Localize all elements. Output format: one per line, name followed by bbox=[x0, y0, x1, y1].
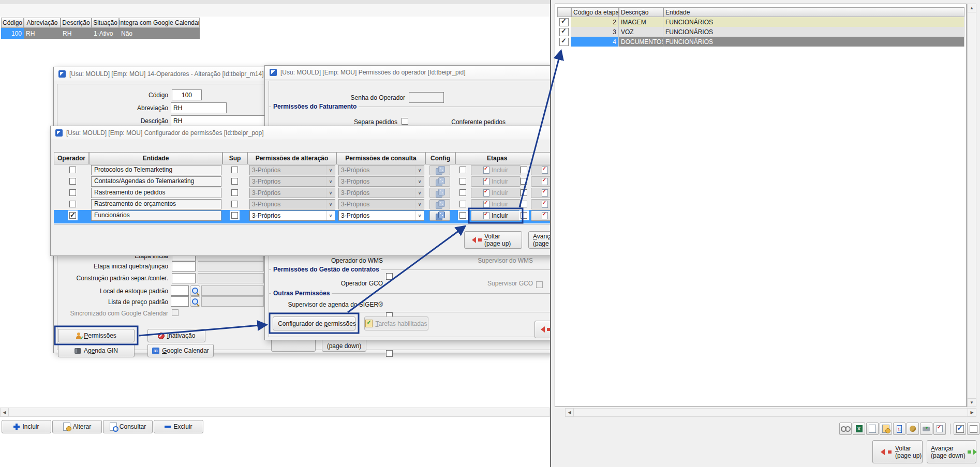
incluir-button[interactable]: Incluir bbox=[2, 420, 51, 433]
grid-cell-abreviacao[interactable]: RH bbox=[24, 28, 61, 39]
h-scrollbar[interactable] bbox=[565, 408, 976, 417]
alteracao-select[interactable]: 3-Próprios∨ bbox=[249, 176, 335, 187]
descricao-cell[interactable]: VOZ bbox=[619, 27, 663, 37]
uncheck-all-icon[interactable] bbox=[967, 423, 979, 435]
consulta-select[interactable]: 3-Próprios∨ bbox=[338, 210, 424, 221]
print-icon[interactable] bbox=[920, 423, 932, 435]
scroll-right-icon[interactable]: ▶ bbox=[968, 408, 976, 417]
operador-checkbox[interactable] bbox=[69, 178, 76, 185]
table-row[interactable]: 2 IMAGEM FUNCIONÁRIOS bbox=[555, 17, 966, 27]
lista-preco-field[interactable] bbox=[171, 296, 189, 307]
col-header[interactable]: Abreviação bbox=[24, 18, 61, 28]
agenda-gin-button[interactable]: Agenda GIN bbox=[58, 344, 135, 357]
inativacao-button[interactable]: Inativação bbox=[147, 329, 205, 342]
excluir-button[interactable]: Excluir bbox=[154, 420, 203, 433]
col-header[interactable]: Situação bbox=[92, 18, 119, 28]
scroll-down-icon[interactable]: ▼ bbox=[967, 398, 976, 407]
consulta-select[interactable]: 3-Próprios∨ bbox=[338, 176, 424, 187]
edit-page-icon[interactable] bbox=[880, 423, 892, 435]
grid-cell-situacao[interactable]: 1-Ativo bbox=[92, 28, 119, 39]
col-header-entidade[interactable]: Entidade bbox=[663, 7, 964, 17]
grid-cell-descricao[interactable]: RH bbox=[61, 28, 92, 39]
col-header-config[interactable]: Config bbox=[425, 152, 455, 164]
config-checkbox[interactable] bbox=[459, 178, 466, 185]
sup-checkbox[interactable] bbox=[231, 201, 238, 207]
permissoes-button[interactable]: ✓ Permissões bbox=[58, 329, 135, 342]
etapa-checkbox[interactable] bbox=[521, 189, 527, 196]
config-button[interactable] bbox=[429, 188, 450, 198]
col-header[interactable]: Descrição bbox=[61, 18, 92, 28]
incluir-etapa-button[interactable]: Incluir bbox=[471, 188, 521, 198]
col-header-operador[interactable]: Operador bbox=[54, 152, 89, 164]
grid-cell-integra[interactable]: Não bbox=[119, 28, 200, 39]
google-calendar-button[interactable]: 31 Google Calendar bbox=[147, 344, 214, 357]
etapa-checkbox[interactable] bbox=[521, 167, 527, 173]
entidade-cell[interactable]: FUNCIONÁRIOS bbox=[663, 37, 964, 47]
avancar-page-down-button[interactable]: Avançar(page down) bbox=[927, 440, 976, 463]
tarefas-habilitadas-button[interactable]: Tarefas habilitadas bbox=[364, 317, 428, 330]
consultar-button[interactable]: Consultar bbox=[103, 420, 153, 433]
operador-checkbox[interactable] bbox=[69, 201, 76, 207]
etapa-checkbox[interactable] bbox=[521, 178, 527, 185]
row-checkbox[interactable] bbox=[559, 18, 569, 26]
entidade-cell[interactable]: FUNCIONÁRIOS bbox=[663, 27, 964, 37]
config-checkbox[interactable] bbox=[459, 167, 466, 173]
scroll-left-icon[interactable]: ◀ bbox=[0, 408, 9, 417]
alteracao-select[interactable]: 3-Próprios∨ bbox=[249, 165, 335, 175]
sup-checkbox[interactable] bbox=[231, 189, 238, 196]
descricao-cell[interactable]: DOCUMENTOS bbox=[619, 37, 663, 47]
configurador-permissoes-button[interactable]: Configurador de permissões bbox=[273, 317, 355, 330]
sincronizado-checkbox[interactable] bbox=[172, 309, 179, 316]
incluir-etapa-button[interactable]: Incluir bbox=[471, 165, 521, 175]
checklist-icon[interactable] bbox=[933, 423, 946, 435]
sort-order-icon[interactable]: ↑↓ bbox=[893, 423, 905, 435]
voltar-page-up-button[interactable]: Voltar(page up) bbox=[464, 231, 522, 249]
senha-field[interactable] bbox=[409, 92, 444, 103]
abreviacao-field[interactable] bbox=[171, 102, 227, 113]
palette-icon[interactable] bbox=[907, 423, 919, 435]
config-checkbox[interactable] bbox=[459, 189, 466, 196]
new-page-icon[interactable] bbox=[866, 423, 879, 435]
incluir-etapa-button[interactable]: Incluir bbox=[471, 210, 521, 221]
row-checkbox[interactable] bbox=[559, 28, 569, 36]
scroll-up-icon[interactable]: ▲ bbox=[967, 4, 976, 12]
col-header-codigo-etapa[interactable]: Código da etapa bbox=[571, 7, 619, 17]
operador-checkbox[interactable] bbox=[69, 189, 76, 196]
construcao-field[interactable] bbox=[172, 273, 196, 283]
col-header-descricao[interactable]: Descrição bbox=[619, 7, 663, 17]
window-titlebar[interactable]: [Usu: MOULD] [Emp: MOU] Permissões do op… bbox=[265, 66, 595, 80]
sup-checkbox[interactable] bbox=[231, 212, 238, 219]
codigo-etapa-cell[interactable]: 2 bbox=[571, 17, 619, 27]
etapa-checkbox[interactable] bbox=[521, 212, 527, 219]
col-header[interactable]: Código bbox=[1, 18, 24, 28]
supervisor-wms-checkbox[interactable] bbox=[536, 281, 543, 288]
consulta-select[interactable]: 3-Próprios∨ bbox=[338, 165, 424, 175]
sup-checkbox[interactable] bbox=[231, 167, 238, 173]
alteracao-select[interactable]: 3-Próprios∨ bbox=[249, 210, 335, 221]
alterar-button[interactable]: Alterar bbox=[52, 420, 102, 433]
consulta-select[interactable]: 3-Próprios∨ bbox=[338, 199, 424, 209]
local-estoque-lookup-button[interactable] bbox=[190, 285, 200, 296]
operador-wms-checkbox[interactable] bbox=[386, 273, 393, 280]
entidade-cell[interactable]: FUNCIONÁRIOS bbox=[663, 17, 964, 27]
excel-export-icon[interactable]: X bbox=[853, 423, 865, 435]
config-button[interactable] bbox=[429, 199, 450, 209]
descricao-cell[interactable]: IMAGEM bbox=[619, 17, 663, 27]
supervisor-agenda-checkbox[interactable] bbox=[386, 350, 393, 357]
consulta-select[interactable]: 3-Próprios∨ bbox=[338, 188, 424, 198]
check-all-icon[interactable] bbox=[954, 423, 966, 435]
col-header[interactable]: Integra com Google Calendar bbox=[119, 18, 200, 28]
config-button[interactable] bbox=[429, 165, 450, 175]
config-checkbox[interactable] bbox=[459, 212, 466, 219]
config-button[interactable] bbox=[429, 210, 450, 221]
binoculars-icon[interactable] bbox=[839, 423, 852, 435]
lista-preco-lookup-button[interactable] bbox=[190, 296, 200, 307]
local-estoque-field[interactable] bbox=[171, 285, 189, 296]
col-header-alteracao[interactable]: Permissões de alteração bbox=[247, 152, 336, 164]
operador-checkbox[interactable] bbox=[69, 167, 76, 173]
codigo-field[interactable] bbox=[172, 89, 202, 100]
table-row[interactable]: 3 VOZ FUNCIONÁRIOS bbox=[555, 27, 966, 37]
operador-checkbox[interactable] bbox=[69, 212, 76, 219]
col-header-sup[interactable]: Sup bbox=[222, 152, 247, 164]
scroll-left-icon[interactable]: ◀ bbox=[565, 408, 574, 417]
